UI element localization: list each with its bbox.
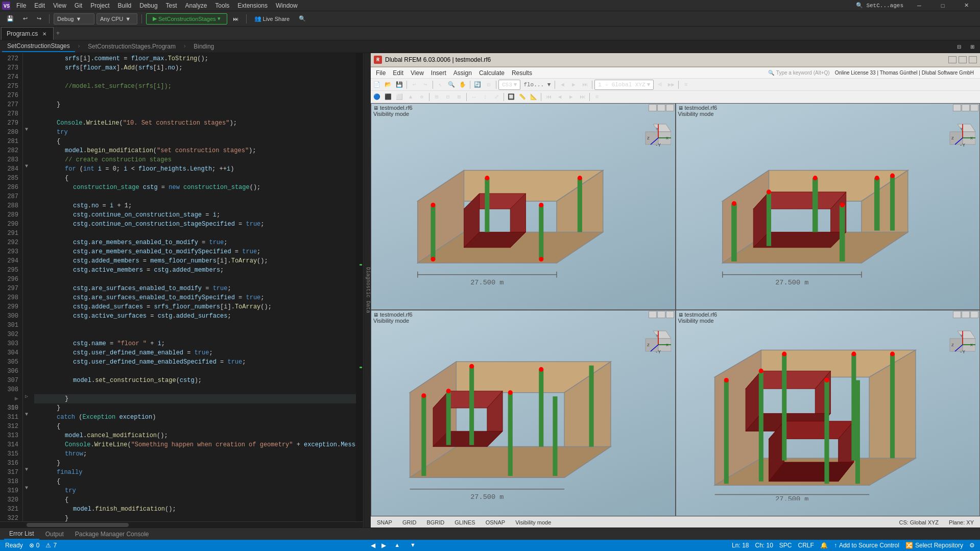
rfem-tb2-14[interactable]: 📐 [529, 92, 539, 102]
rfem-vp4-min[interactable]: ─ [953, 311, 961, 318]
rfem-status-bgrid[interactable]: BGRID [423, 519, 447, 525]
rfem-flo-btn[interactable]: flo... ▼ [521, 82, 553, 88]
rfem-tb2-9[interactable]: ↔ [469, 92, 479, 102]
menu-git[interactable]: Git [70, 1, 86, 10]
fold-280[interactable]: ▼ [23, 127, 30, 136]
rfem-tb2-1[interactable]: 🔵 [372, 92, 382, 102]
rfem-tb2-12[interactable]: 🔲 [506, 92, 516, 102]
status-line[interactable]: Ln: 18 [732, 542, 749, 549]
rfem-menu-results[interactable]: Results [509, 68, 535, 78]
status-nav-up[interactable]: ▲ [392, 542, 402, 549]
fold-311[interactable]: ▼ [23, 412, 30, 421]
rfem-minimize[interactable]: ─ [948, 56, 957, 63]
platform-dropdown[interactable]: Any CPU ▼ [97, 13, 137, 25]
rfem-tb-left[interactable]: ◀ [557, 80, 567, 90]
menu-analyze[interactable]: Analyze [181, 1, 211, 10]
rfem-tb-zoom[interactable]: 🔍 [446, 80, 457, 90]
bottom-tab-package[interactable]: Package Manager Console [70, 529, 154, 540]
rfem-tb-fit[interactable]: ⊡ [484, 80, 494, 90]
rfem-close[interactable]: ✕ [969, 56, 977, 63]
toolbar-search-icon[interactable]: 🔍 [295, 13, 309, 25]
toolbar-step[interactable]: ⏭ [229, 13, 242, 25]
status-col[interactable]: Ch: 10 [755, 542, 773, 549]
close-button[interactable]: ✕ [954, 0, 978, 11]
rfem-tb-redo[interactable]: ↪ [420, 80, 431, 90]
status-nav-down[interactable]: ▼ [408, 542, 418, 549]
bottom-tab-output[interactable]: Output [40, 529, 69, 540]
rfem-vp2-max[interactable]: □ [962, 104, 970, 111]
rfem-vp2-min[interactable]: ─ [953, 104, 961, 111]
rfem-restore[interactable]: □ [959, 56, 967, 63]
restore-button[interactable]: □ [931, 0, 954, 11]
rfem-vp1-close[interactable]: ✕ [666, 104, 674, 111]
rfem-tb2-2[interactable]: ⬛ [383, 92, 393, 102]
menu-test[interactable]: Test [162, 1, 181, 10]
toolbar-save[interactable]: 💾 [3, 13, 17, 25]
menu-window[interactable]: Window [272, 1, 302, 10]
rfem-tb-save[interactable]: 💾 [394, 80, 404, 90]
rfem-tb2-3[interactable]: ⬜ [394, 92, 404, 102]
add-to-source-control[interactable]: ↑ Add to Source Control [834, 542, 899, 549]
rfem-tb-more[interactable]: ≡ [681, 80, 691, 90]
coord-system-dropdown[interactable]: 1 - Global XYZ▼ [594, 80, 654, 90]
toolbar-redo[interactable]: ↪ [33, 13, 45, 25]
rfem-tb-new[interactable]: 📄 [372, 80, 382, 90]
warning-count[interactable]: ⚠ 7 [45, 542, 57, 549]
menu-debug[interactable]: Debug [135, 1, 161, 10]
rfem-menu-view[interactable]: View [408, 68, 427, 78]
status-bell[interactable]: 🔔 [820, 542, 828, 549]
rfem-menu-calculate[interactable]: Calculate [476, 68, 508, 78]
tab-program-cs[interactable]: Program.cs ✕ [1, 27, 54, 40]
rfem-vp2-close[interactable]: ✕ [970, 104, 978, 111]
rfem-vp3-close[interactable]: ✕ [666, 311, 674, 318]
cs-dropdown[interactable]: CS3▼ [498, 80, 520, 90]
rfem-tb2-6[interactable]: ⊞ [432, 92, 442, 102]
rfem-status-plane[interactable]: Plane: XY [946, 519, 977, 525]
rfem-vp3-min[interactable]: ─ [649, 311, 657, 318]
menu-view[interactable]: View [49, 1, 70, 10]
fold-319[interactable]: ▼ [23, 485, 30, 494]
toolbar-undo[interactable]: ↩ [19, 13, 31, 25]
fold-284[interactable]: ▼ [23, 163, 30, 173]
diagnostic-data-panel[interactable]: Diagnostic Data [365, 267, 371, 313]
rfem-status-glines[interactable]: GLINES [451, 519, 478, 525]
toolbar-live-share[interactable]: 👥 Live Share [251, 13, 294, 25]
status-crlf[interactable]: CRLF [798, 542, 814, 549]
rfem-tb2-nav3[interactable]: ▶ [566, 92, 576, 102]
menu-extensions[interactable]: Extensions [233, 1, 272, 10]
fold-309[interactable]: ▷ [23, 393, 30, 402]
start-button[interactable]: ▶ SetConstructionStages ▾ [146, 13, 227, 25]
rfem-status-vismode[interactable]: Visibility mode [512, 519, 554, 525]
rfem-status-osnap[interactable]: OSNAP [483, 519, 509, 525]
menu-build[interactable]: Build [114, 1, 136, 10]
bottom-tab-errors[interactable]: Error List [4, 529, 39, 540]
rfem-status-snap[interactable]: SNAP [374, 519, 395, 525]
rfem-tb2-8[interactable]: ⊠ [454, 92, 464, 102]
scrollbar-thumb[interactable] [27, 523, 129, 527]
rfem-viewport-4[interactable]: 🖥 testmodel.rf6 ─ □ ✕ Visibility mode [676, 310, 981, 517]
rfem-tb2-more[interactable]: ≡ [592, 92, 602, 102]
rfem-menu-file[interactable]: File [373, 68, 389, 78]
code-content[interactable]: srfs[i].comment = floor_max.ToString(); … [30, 53, 356, 521]
rfem-menu-insert[interactable]: Insert [428, 68, 449, 78]
rfem-tb2-nav4[interactable]: ⏭ [577, 92, 587, 102]
rfem-tb2-7[interactable]: ⊟ [443, 92, 453, 102]
menu-project[interactable]: Project [86, 1, 113, 10]
rfem-vp1-max[interactable]: □ [657, 104, 665, 111]
rfem-tb-right2[interactable]: ⏭ [580, 80, 590, 90]
rfem-tb2-10[interactable]: ↕ [480, 92, 490, 102]
rfem-tb-open[interactable]: 📂 [383, 80, 393, 90]
tab-close-icon[interactable]: ✕ [41, 30, 48, 37]
menu-edit[interactable]: Edit [30, 1, 49, 10]
rfem-menu-edit[interactable]: Edit [390, 68, 407, 78]
status-nav-next[interactable]: ▶ [381, 542, 386, 549]
rfem-tb2-5[interactable]: ⊕ [417, 92, 427, 102]
rfem-tb-undo[interactable]: ↩ [409, 80, 419, 90]
rfem-vp4-max[interactable]: □ [962, 311, 970, 318]
rfem-vp1-min[interactable]: ─ [649, 104, 657, 111]
status-spc[interactable]: SPC [779, 542, 792, 549]
rfem-tb2-13[interactable]: 📏 [517, 92, 528, 102]
rfem-tb-pan[interactable]: ✋ [458, 80, 468, 90]
rfem-viewport-3[interactable]: 🖥 testmodel.rf6 ─ □ ✕ Visibility mode [371, 310, 676, 517]
breadcrumb-binding[interactable]: Binding [188, 41, 219, 52]
